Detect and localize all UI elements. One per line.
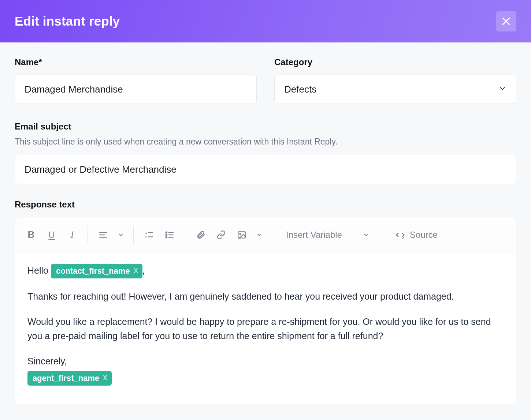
bold-icon: B: [28, 229, 35, 240]
align-button[interactable]: [94, 225, 113, 244]
variable-name: agent_first_name: [33, 372, 99, 385]
align-left-icon: [99, 230, 108, 240]
unordered-list-button[interactable]: [160, 225, 179, 244]
source-label: Source: [410, 230, 438, 240]
toolbar-divider: [384, 226, 384, 244]
remove-variable-icon[interactable]: X: [103, 373, 107, 383]
subject-field: Email subject This subject line is only …: [15, 121, 516, 184]
variable-name: contact_first_name: [56, 265, 130, 277]
category-select[interactable]: Defects: [274, 75, 516, 104]
signoff-line: Sincerely, agent_first_nameX: [27, 354, 504, 386]
source-button[interactable]: Source: [390, 225, 443, 244]
svg-point-13: [166, 236, 167, 237]
modal-header: Edit instant reply: [0, 0, 531, 42]
greeting-prefix: Hello: [27, 265, 51, 275]
response-paragraph: Would you like a replacement? I would be…: [27, 315, 504, 343]
response-label: Response text: [15, 199, 516, 210]
svg-point-9: [166, 232, 167, 233]
category-field: Category Defects: [274, 57, 516, 104]
editor-content[interactable]: Hello contact_first_nameX, Thanks for re…: [15, 252, 516, 404]
variable-chip-contact[interactable]: contact_first_nameX: [51, 264, 142, 278]
italic-button[interactable]: I: [63, 225, 82, 244]
subject-hint: This subject line is only used when crea…: [15, 137, 516, 147]
variable-chip-agent[interactable]: agent_first_nameX: [27, 371, 112, 386]
link-icon: [216, 230, 226, 240]
attachment-button[interactable]: [191, 225, 210, 244]
response-section: Response text B U I: [15, 199, 516, 404]
chevron-down-icon: [498, 84, 506, 95]
modal-body: Name* Category Defects Email subject Thi…: [0, 42, 531, 404]
svg-point-16: [240, 233, 241, 234]
image-dropdown[interactable]: [253, 225, 266, 244]
ordered-list-button[interactable]: 12: [140, 225, 159, 244]
signoff-text: Sincerely,: [27, 354, 504, 368]
align-dropdown[interactable]: [114, 225, 127, 244]
name-label: Name*: [15, 57, 257, 67]
editor-toolbar: B U I 12: [15, 217, 516, 252]
insert-variable-dropdown[interactable]: Insert Variable: [278, 225, 378, 244]
bold-button[interactable]: B: [22, 225, 41, 244]
underline-icon: U: [48, 230, 55, 240]
toolbar-divider: [133, 226, 134, 244]
category-value: Defects: [284, 84, 316, 95]
ordered-list-icon: 12: [144, 230, 154, 240]
greeting-line: Hello contact_first_nameX,: [27, 263, 504, 278]
response-paragraph: Thanks for reaching out! However, I am g…: [27, 289, 504, 304]
source-icon: [395, 230, 405, 240]
image-icon: [237, 230, 246, 240]
chevron-down-icon: [256, 232, 263, 238]
name-field: Name*: [15, 57, 257, 104]
rich-text-editor: B U I 12: [15, 217, 516, 404]
name-input[interactable]: [15, 75, 257, 104]
greeting-suffix: ,: [142, 265, 145, 275]
subject-input[interactable]: [15, 155, 516, 184]
category-label: Category: [274, 57, 516, 67]
close-icon: [501, 16, 512, 27]
chevron-down-icon: [118, 232, 124, 238]
toolbar-divider: [185, 226, 185, 244]
italic-icon: I: [71, 229, 74, 240]
modal-title: Edit instant reply: [15, 14, 120, 29]
chevron-down-icon: [363, 231, 370, 239]
insert-variable-label: Insert Variable: [286, 230, 342, 240]
svg-point-11: [166, 234, 167, 235]
svg-text:1: 1: [145, 230, 147, 234]
underline-button[interactable]: U: [42, 225, 61, 244]
link-button[interactable]: [212, 225, 231, 244]
svg-text:2: 2: [145, 235, 147, 239]
subject-label: Email subject: [15, 121, 516, 132]
close-button[interactable]: [496, 11, 516, 31]
image-button[interactable]: [232, 225, 251, 244]
toolbar-divider: [88, 226, 88, 244]
unordered-list-icon: [165, 230, 174, 240]
remove-variable-icon[interactable]: X: [134, 266, 138, 276]
toolbar-divider: [272, 226, 272, 244]
paperclip-icon: [196, 230, 205, 240]
